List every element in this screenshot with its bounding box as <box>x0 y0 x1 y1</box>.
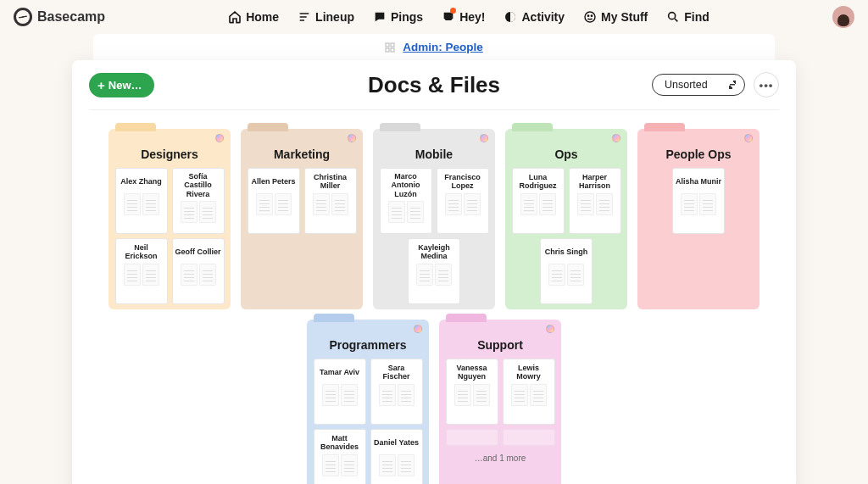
doc-thumb-row <box>577 193 613 215</box>
folder-cards: Marco Antonio LuzónFrancisco LopezKaylei… <box>378 168 490 304</box>
doc-thumb-row <box>388 201 424 223</box>
doc-card[interactable]: Alex Zhang <box>115 168 168 234</box>
folder-color-icon[interactable] <box>546 325 554 333</box>
folder-color-icon[interactable] <box>612 134 620 142</box>
doc-thumb-icon <box>699 193 716 215</box>
folder-title: Mobile <box>378 147 490 161</box>
sheet-header: + New… Docs & Files Unsorted ••• <box>89 72 779 110</box>
doc-thumb-icon <box>124 193 141 215</box>
doc-card[interactable]: Sara Fischer <box>370 359 423 425</box>
doc-card[interactable]: Christina Miller <box>304 168 357 234</box>
nav-find[interactable]: Find <box>666 10 709 24</box>
doc-thumb-icon <box>398 454 415 476</box>
folder-color-icon[interactable] <box>480 134 488 142</box>
doc-thumb-icon <box>511 384 528 406</box>
primary-nav: Home Lineup Pings Hey! Activity My Stuff… <box>105 10 832 24</box>
doc-card[interactable]: Marco Antonio Luzón <box>380 168 432 234</box>
doc-thumb-icon <box>322 454 339 476</box>
doc-thumb-icon <box>256 193 273 215</box>
doc-card[interactable]: Lewis Mowry <box>503 359 555 425</box>
doc-thumb-row <box>256 193 292 215</box>
doc-card-name: Neil Erickson <box>119 242 164 261</box>
doc-thumb-icon <box>322 384 339 406</box>
doc-thumb-icon <box>530 384 547 406</box>
doc-card[interactable]: Tamar Aviv <box>314 359 366 425</box>
doc-card[interactable]: Sofía Castillo Rivera <box>172 168 225 234</box>
folder-color-icon[interactable] <box>414 325 422 333</box>
folder-tab-icon <box>644 123 685 131</box>
face-icon <box>583 10 597 24</box>
doc-thumb-icon <box>445 193 462 215</box>
folder-tab-icon <box>248 123 288 131</box>
doc-card[interactable]: Alisha Munir <box>672 168 725 234</box>
folder-title: Ops <box>510 147 622 161</box>
doc-card[interactable]: Francisco Lopez <box>437 168 489 234</box>
doc-card[interactable]: Matt Benavides <box>314 429 366 484</box>
doc-card-name: Chris Singh <box>545 242 588 261</box>
doc-card[interactable]: Kayleigh Medina <box>408 238 460 304</box>
nav-hey[interactable]: Hey! <box>442 10 485 24</box>
folder-title: People Ops <box>643 147 754 161</box>
content-sheet: + New… Docs & Files Unsorted ••• Designe… <box>72 60 796 484</box>
folder-support[interactable]: SupportVanessa NguyenLewis Mowry…and 1 m… <box>439 320 561 484</box>
sort-select[interactable]: Unsorted <box>652 74 745 96</box>
doc-card[interactable]: Geoff Collier <box>172 238 225 304</box>
folder-peopleops[interactable]: People OpsAlisha Munir <box>637 129 760 309</box>
doc-card-name: Vanessa Nguyen <box>449 363 495 381</box>
svg-point-2 <box>587 15 588 16</box>
folder-ops[interactable]: OpsLuna RodriguezHarper HarrisonChris Si… <box>505 129 627 309</box>
nav-lineup[interactable]: Lineup <box>298 10 354 24</box>
doc-card[interactable]: Harper Harrison <box>569 168 621 234</box>
doc-card-name: Tamar Aviv <box>320 363 359 381</box>
plus-icon: + <box>97 79 105 92</box>
folder-tab-icon <box>314 314 354 322</box>
doc-card-name: Alisha Munir <box>676 172 721 191</box>
folder-color-icon[interactable] <box>215 134 224 142</box>
nav-home[interactable]: Home <box>228 10 279 24</box>
folders-grid: DesignersAlex ZhangSofía Castillo Rivera… <box>89 110 779 484</box>
search-icon <box>666 10 680 24</box>
folder-color-icon[interactable] <box>348 134 356 142</box>
folder-color-icon[interactable] <box>744 134 753 142</box>
doc-thumb-icon <box>142 193 159 215</box>
folder-programmers[interactable]: ProgrammersTamar AvivSara FischerMatt Be… <box>307 320 429 484</box>
pings-icon <box>373 10 387 24</box>
breadcrumb-link[interactable]: Admin: People <box>403 41 483 53</box>
grid-layout-icon[interactable] <box>385 42 395 53</box>
doc-thumb-icon <box>142 264 159 286</box>
nav-mystuff[interactable]: My Stuff <box>583 10 648 24</box>
doc-card-name: Alex Zhang <box>120 172 162 191</box>
doc-card[interactable]: Allen Peters <box>248 168 300 234</box>
folder-cards: Allen PetersChristina Miller <box>246 168 358 234</box>
svg-point-3 <box>591 15 592 16</box>
doc-thumb-icon <box>473 384 490 406</box>
doc-thumb-icon <box>199 201 216 223</box>
folder-cards: Luna RodriguezHarper HarrisonChris Singh <box>510 168 622 304</box>
doc-thumb-icon <box>681 193 698 215</box>
doc-card[interactable]: Chris Singh <box>540 238 593 304</box>
svg-rect-6 <box>391 43 394 47</box>
user-avatar[interactable] <box>832 6 854 28</box>
folder-marketing[interactable]: MarketingAllen PetersChristina Miller <box>241 129 363 309</box>
doc-thumb-row <box>520 193 556 215</box>
folder-cards: Alisha Munir <box>643 168 754 234</box>
nav-activity-label: Activity <box>521 10 565 24</box>
more-actions-button[interactable]: ••• <box>754 72 779 97</box>
brand-logo[interactable]: Basecamp <box>14 8 105 26</box>
doc-thumb-icon <box>398 384 415 406</box>
breadcrumb-bar: Admin: People <box>93 34 775 60</box>
svg-point-4 <box>669 13 676 19</box>
doc-thumb-icon <box>331 193 348 215</box>
lineup-icon <box>298 10 311 24</box>
doc-card[interactable]: Daniel Yates <box>370 429 423 484</box>
doc-card[interactable]: Neil Erickson <box>115 238 168 304</box>
nav-pings[interactable]: Pings <box>373 10 423 24</box>
sort-label: Unsorted <box>665 79 708 91</box>
folder-mobile[interactable]: MobileMarco Antonio LuzónFrancisco Lopez… <box>373 129 495 309</box>
folder-designers[interactable]: DesignersAlex ZhangSofía Castillo Rivera… <box>108 129 231 309</box>
doc-thumb-icon <box>275 193 292 215</box>
doc-card[interactable]: Vanessa Nguyen <box>446 359 498 425</box>
new-button[interactable]: + New… <box>89 73 154 97</box>
nav-activity[interactable]: Activity <box>504 10 565 24</box>
doc-card[interactable]: Luna Rodriguez <box>512 168 565 234</box>
